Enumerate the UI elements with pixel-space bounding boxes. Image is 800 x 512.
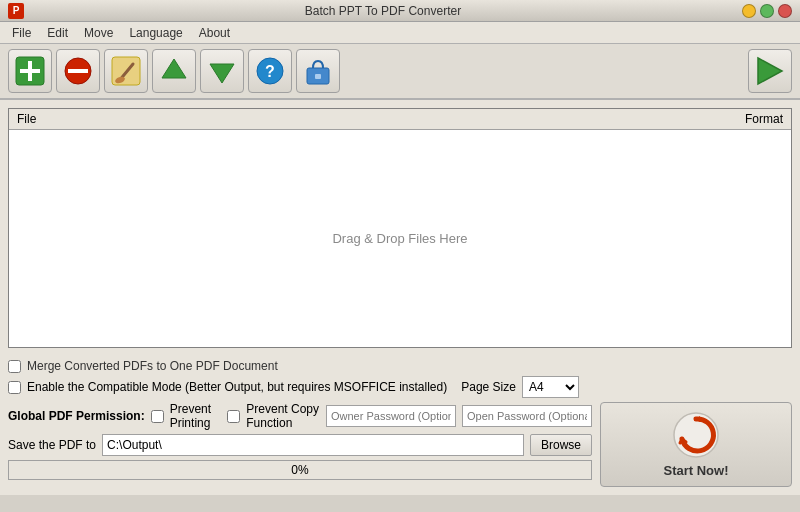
prevent-printing-checkbox[interactable]	[151, 410, 164, 423]
prevent-copy-checkbox[interactable]	[227, 410, 240, 423]
col-file-header: File	[17, 112, 703, 126]
main-content: File Format Drag & Drop Files Here Merge…	[0, 100, 800, 495]
page-size-select[interactable]: A4 A3 Letter Legal	[522, 376, 579, 398]
menu-language[interactable]: Language	[121, 24, 190, 42]
menu-move[interactable]: Move	[76, 24, 121, 42]
start-now-label: Start Now!	[664, 463, 729, 478]
svg-rect-2	[20, 69, 40, 73]
maximize-button[interactable]	[760, 4, 774, 18]
menu-file[interactable]: File	[4, 24, 39, 42]
svg-marker-8	[162, 59, 186, 78]
save-path-row: Save the PDF to Browse	[8, 434, 592, 456]
clear-button[interactable]	[104, 49, 148, 93]
page-size-label: Page Size	[461, 380, 516, 394]
global-permission-label: Global PDF Permission:	[8, 409, 145, 423]
start-now-icon	[672, 411, 720, 459]
owner-password-input[interactable]	[326, 405, 456, 427]
file-list-drop-area[interactable]: Drag & Drop Files Here	[9, 130, 791, 347]
menu-edit[interactable]: Edit	[39, 24, 76, 42]
minimize-button[interactable]	[742, 4, 756, 18]
options-area: Merge Converted PDFs to One PDF Document…	[8, 352, 792, 491]
progress-bar-container: 0%	[8, 460, 592, 480]
merge-checkbox[interactable]	[8, 360, 21, 373]
start-arrow-button[interactable]	[748, 49, 792, 93]
remove-button[interactable]	[56, 49, 100, 93]
compatible-label[interactable]: Enable the Compatible Mode (Better Outpu…	[27, 380, 447, 394]
progress-text: 0%	[291, 463, 308, 477]
svg-marker-9	[210, 64, 234, 83]
merge-label[interactable]: Merge Converted PDFs to One PDF Document	[27, 359, 278, 373]
move-up-button[interactable]	[152, 49, 196, 93]
prevent-copy-label[interactable]: Prevent Copy Function	[246, 402, 320, 430]
merge-option-row: Merge Converted PDFs to One PDF Document	[8, 356, 792, 376]
close-button[interactable]	[778, 4, 792, 18]
add-files-button[interactable]	[8, 49, 52, 93]
app-icon: P	[8, 3, 24, 19]
bottom-section: Global PDF Permission: Prevent Printing …	[8, 402, 792, 487]
svg-marker-14	[758, 58, 782, 84]
help-button[interactable]: ?	[248, 49, 292, 93]
prevent-printing-label[interactable]: Prevent Printing	[170, 402, 222, 430]
file-list-header: File Format	[9, 109, 791, 130]
compatible-checkbox[interactable]	[8, 381, 21, 394]
shop-button[interactable]	[296, 49, 340, 93]
title-bar: P Batch PPT To PDF Converter	[0, 0, 800, 22]
save-label: Save the PDF to	[8, 438, 96, 452]
bottom-left: Global PDF Permission: Prevent Printing …	[8, 402, 592, 487]
file-list[interactable]: File Format Drag & Drop Files Here	[8, 108, 792, 348]
compatible-option-row: Enable the Compatible Mode (Better Outpu…	[8, 376, 792, 398]
menu-bar: File Edit Move Language About	[0, 22, 800, 44]
start-now-button[interactable]: Start Now!	[600, 402, 792, 487]
global-permission-row: Global PDF Permission: Prevent Printing …	[8, 402, 592, 430]
browse-button[interactable]: Browse	[530, 434, 592, 456]
drop-hint-text: Drag & Drop Files Here	[332, 231, 467, 246]
col-format-header: Format	[703, 112, 783, 126]
toolbar: ?	[0, 44, 800, 100]
save-path-input[interactable]	[102, 434, 524, 456]
window-title: Batch PPT To PDF Converter	[305, 4, 461, 18]
svg-text:?: ?	[265, 63, 275, 80]
menu-about[interactable]: About	[191, 24, 238, 42]
window-controls	[742, 4, 792, 18]
open-password-input[interactable]	[462, 405, 592, 427]
svg-rect-4	[68, 69, 88, 73]
svg-rect-13	[315, 74, 321, 79]
move-down-button[interactable]	[200, 49, 244, 93]
